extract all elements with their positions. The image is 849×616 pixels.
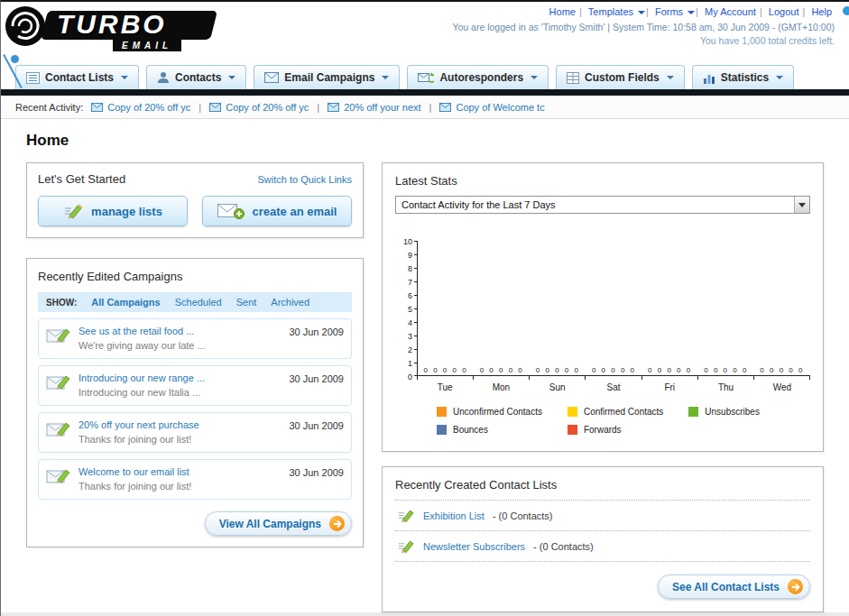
contact-list-row: Newsletter Subscribers - (0 Contacts) <box>395 531 810 562</box>
latest-stats-panel: Latest Stats Contact Activity for the La… <box>382 162 824 452</box>
nav-tab-autoresponders[interactable]: Autoresponders <box>407 65 549 89</box>
contact-list-row: Exhibition List - (0 Contacts) <box>395 501 810 531</box>
filter-tab-scheduled[interactable]: Scheduled <box>175 297 222 308</box>
filter-tab-all-campaigns[interactable]: All Campaigns <box>91 297 160 308</box>
campaign-row: Introducing our new range ...Introducing… <box>38 365 352 406</box>
y-tick-label: 2 <box>395 345 417 354</box>
recent-activity-item[interactable]: Copy of 20% off yc <box>209 102 309 113</box>
campaign-title-link[interactable]: See us at the retail food ... <box>78 326 281 336</box>
contact-list-count: - (0 Contacts) <box>533 541 594 552</box>
credits-text: You have 1,000 total credits left. <box>452 35 835 46</box>
separator: | <box>198 102 201 113</box>
x-tick-label: Thu <box>697 382 753 392</box>
top-right-block: Home| Templates| Forms| My Account| Logo… <box>452 6 835 46</box>
dropdown-arrow-icon <box>794 197 809 213</box>
manage-lists-label: manage lists <box>91 205 162 218</box>
legend-item: Confirmed Contacts <box>568 407 663 417</box>
envelope-pencil-icon <box>46 466 71 486</box>
bar-value-labels: 0 0 0 0 0 <box>754 366 810 374</box>
recent-activity-item[interactable]: Copy of Welcome tc <box>439 102 544 113</box>
legend-swatch <box>437 425 447 435</box>
recent-activity-item[interactable]: Copy of 20% off yc <box>91 102 190 113</box>
campaign-title-link[interactable]: Introducing our new range ... <box>78 372 281 383</box>
nav-tab-contacts[interactable]: Contacts <box>146 65 246 89</box>
legend-item: Unsubscribes <box>688 407 760 417</box>
show-label: SHOW: <box>46 298 77 308</box>
envelope-plus-icon <box>217 202 245 220</box>
envelope-pencil-icon <box>46 326 71 345</box>
activity-item-label: Copy of Welcome tc <box>456 102 544 113</box>
stats-panel-title: Latest Stats <box>395 174 810 188</box>
campaign-row: 20% off your next purchaseThanks for joi… <box>38 412 352 453</box>
filter-tab-sent[interactable]: Sent <box>236 297 257 308</box>
campaign-title-link[interactable]: Welcome to our email list <box>78 466 281 477</box>
separator: | <box>317 102 319 113</box>
nav-tab-label: Autoresponders <box>439 71 523 84</box>
top-link-home[interactable]: Home <box>549 6 576 17</box>
switch-quick-links-link[interactable]: Switch to Quick Links <box>257 174 352 185</box>
create-email-label: create an email <box>253 205 337 218</box>
top-link-my-account[interactable]: My Account <box>705 6 756 17</box>
main-navigation: Contact Lists Contacts Email Campaigns A… <box>1 58 849 89</box>
app-surface: TURBO EMAIL Home| Templates| Forms| My A… <box>1 2 849 594</box>
top-link-forms[interactable]: Forms <box>655 6 683 17</box>
recent-activity-item[interactable]: 20% off your next <box>328 102 420 113</box>
contact-list-link[interactable]: Exhibition List <box>423 510 484 521</box>
contact-list-link[interactable]: Newsletter Subscribers <box>423 541 525 552</box>
view-all-campaigns-button[interactable]: View All Campaigns <box>205 511 352 536</box>
campaign-title-link[interactable]: 20% off your next purchase <box>78 419 281 430</box>
create-email-button[interactable]: create an email <box>202 196 352 226</box>
nav-tab-contact-lists[interactable]: Contact Lists <box>15 65 139 89</box>
see-all-contact-lists-button[interactable]: See All Contact Lists <box>658 575 810 599</box>
top-header: TURBO EMAIL Home| Templates| Forms| My A… <box>1 2 849 58</box>
statistics-icon <box>703 72 715 84</box>
bar-value-labels: 0 0 0 0 0 <box>586 366 641 374</box>
nav-tab-email-campaigns[interactable]: Email Campaigns <box>254 65 400 89</box>
separator: | <box>802 6 805 17</box>
stats-period-dropdown[interactable]: Contact Activity for the Last 7 Days <box>395 196 810 214</box>
contact-lists-panel-title: Recently Created Contact Lists <box>395 478 810 492</box>
y-tick-label: 10 <box>395 237 417 246</box>
top-link-logout[interactable]: Logout <box>769 6 799 17</box>
contact-list-count: - (0 Contacts) <box>493 510 553 521</box>
x-tick-label: Mon <box>473 382 529 392</box>
contacts-icon <box>157 71 170 84</box>
chevron-down-icon <box>121 76 128 79</box>
manage-lists-button[interactable]: manage lists <box>38 196 188 226</box>
campaign-date: 30 Jun 2009 <box>289 466 344 478</box>
logo-blue-dot <box>11 55 19 63</box>
envelope-pencil-icon <box>46 372 71 392</box>
y-tick-label: 9 <box>395 251 417 260</box>
separator: | <box>760 6 762 17</box>
nav-tab-label: Contact Lists <box>45 71 114 84</box>
chevron-down-icon <box>667 76 674 79</box>
nav-tab-label: Email Campaigns <box>284 71 374 84</box>
chart-x-axis: TueMonSunSatFriThuWed <box>417 382 810 392</box>
top-link-templates[interactable]: Templates <box>588 6 633 17</box>
y-tick-label: 8 <box>395 264 417 273</box>
x-tick-label: Sat <box>586 382 641 392</box>
legend-swatch <box>688 407 698 417</box>
x-tick-label: Tue <box>417 382 473 392</box>
top-link-help[interactable]: Help <box>811 6 832 17</box>
right-column: Latest Stats Contact Activity for the La… <box>382 162 824 612</box>
x-tick-label: Wed <box>754 382 810 392</box>
nav-tab-custom-fields[interactable]: Custom Fields <box>556 65 685 89</box>
left-column: Let's Get Started Switch to Quick Links … <box>26 162 364 547</box>
filter-tab-archived[interactable]: Archived <box>271 297 309 308</box>
chart-legend: Unconfirmed ContactsConfirmed ContactsUn… <box>437 407 810 435</box>
nav-tab-statistics[interactable]: Statistics <box>692 65 794 89</box>
email-icon <box>328 103 339 112</box>
campaign-row: Welcome to our email listThanks for join… <box>38 459 352 500</box>
separator: | <box>646 6 649 17</box>
arrow-right-icon <box>329 516 345 531</box>
campaign-date: 30 Jun 2009 <box>289 419 344 431</box>
nav-divider-bar <box>1 89 849 96</box>
campaign-date: 30 Jun 2009 <box>289 326 344 337</box>
view-all-campaigns-label: View All Campaigns <box>219 518 321 530</box>
legend-swatch <box>568 407 577 417</box>
legend-item: Unconfirmed Contacts <box>437 407 542 417</box>
activity-item-label: Copy of 20% off yc <box>226 102 309 113</box>
autoresponders-icon <box>418 72 434 84</box>
logo-swirl-icon <box>5 5 46 47</box>
